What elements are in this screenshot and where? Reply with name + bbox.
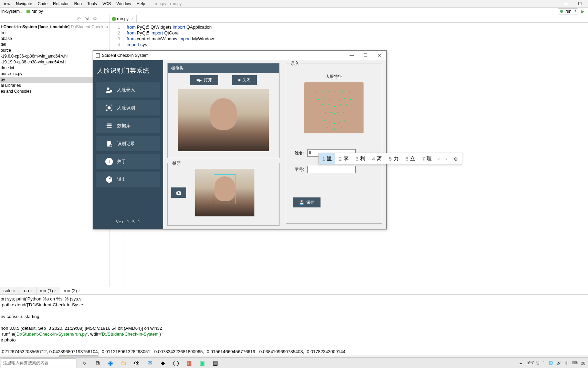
console-tab-active[interactable]: run (2)× <box>60 287 84 294</box>
exit-icon <box>105 176 113 183</box>
breadcrumb-project[interactable]: in-System <box>1 9 20 14</box>
feature-title: 人脸特征 <box>293 74 375 80</box>
ime-candidate[interactable]: 1里 <box>319 153 335 164</box>
breadcrumb-sep: 〉 <box>21 8 25 14</box>
volume-icon[interactable]: 🔊 <box>557 361 561 365</box>
qt-minimize-icon[interactable]: — <box>345 51 359 60</box>
menu-database[interactable]: 数据库 <box>96 118 160 133</box>
breadcrumb-file[interactable]: run.py <box>31 9 43 14</box>
ide-menubar: iew Navigate Code Refactor Run Tools VCS… <box>0 0 588 8</box>
ppt-icon[interactable]: ▦ <box>184 358 194 368</box>
qt-app-icon <box>96 53 100 58</box>
close-camera-button[interactable]: ■ 关闭 <box>232 75 257 85</box>
qt-maximize-icon[interactable]: ☐ <box>359 51 372 60</box>
run-config-dropdown[interactable]: run <box>558 8 578 14</box>
menu-view[interactable]: iew <box>1 1 13 7</box>
run-config-name: run <box>566 9 571 14</box>
close-icon[interactable]: × <box>13 289 15 293</box>
menu-code[interactable]: Code <box>35 1 50 7</box>
menu-vcs[interactable]: VCS <box>99 1 114 7</box>
ide-maximize-icon[interactable]: ☐ <box>573 1 587 6</box>
ime-candidate[interactable]: 4离 <box>369 153 385 164</box>
svg-rect-4 <box>107 124 112 125</box>
pycharm-icon[interactable]: ▣ <box>197 358 207 368</box>
taskbar-search[interactable]: 这里输入你要搜索的内容 <box>1 358 76 368</box>
close-icon[interactable]: × <box>30 289 32 293</box>
menu-about[interactable]: i 关于 <box>96 154 160 169</box>
menu-exit[interactable]: 退出 <box>96 172 160 187</box>
menu-navigate[interactable]: Navigate <box>13 1 35 7</box>
ime-lang-indicator[interactable]: 中 <box>565 360 569 366</box>
ime-candidate[interactable]: 3利 <box>352 153 369 164</box>
console-tab[interactable]: run× <box>19 287 36 294</box>
edge-icon[interactable]: ◉ <box>105 358 116 368</box>
database-icon <box>105 122 113 130</box>
enroll-panel: 录入 人脸特征 姓名: 学号: 💾 <box>286 63 382 224</box>
ime-next-icon[interactable]: › <box>442 156 450 162</box>
ime-candidate[interactable]: 2李 <box>335 153 352 164</box>
info-icon: i <box>105 158 113 165</box>
ime-keyboard-icon[interactable]: ⌨ <box>572 361 578 365</box>
tray-chevron-icon[interactable]: ˄ <box>543 361 545 365</box>
qt-version: Ver 1.5.1 <box>93 214 163 229</box>
tree-root[interactable]: t-Check-in-System [face_timetable] D:\St… <box>0 24 109 30</box>
save-button[interactable]: 💾 保存 <box>293 197 321 207</box>
ime-candidate[interactable]: 7理 <box>419 153 435 164</box>
chrome-icon[interactable]: ◯ <box>171 358 181 368</box>
app-icon[interactable]: ◆ <box>158 358 168 368</box>
editor-tab-label: run.py <box>117 17 128 21</box>
menu-tools[interactable]: Tools <box>84 1 99 7</box>
ide-window-controls: — ☐ <box>559 1 587 6</box>
video-icon: ■▶ <box>196 78 202 83</box>
enroll-legend: 录入 <box>290 61 301 67</box>
expand-icon[interactable]: ⇲ <box>85 16 89 21</box>
ime-prev-icon[interactable]: ‹ <box>435 156 442 162</box>
close-tab-icon[interactable]: × <box>131 17 134 21</box>
tree-item[interactable]: trol <box>0 30 109 36</box>
menu-run[interactable]: Run <box>71 1 84 7</box>
app2-icon[interactable]: ▤ <box>210 358 220 368</box>
window-title-suffix: - run.py <box>168 1 182 6</box>
cortana-icon[interactable]: ○ <box>79 358 90 368</box>
svg-rect-6 <box>107 127 112 128</box>
close-icon[interactable]: × <box>54 289 56 293</box>
ide-minimize-icon[interactable]: — <box>559 1 573 6</box>
console-output[interactable]: ort sys; print('Python %s on %s' % (sys.… <box>0 295 588 356</box>
capture-button[interactable] <box>171 187 186 198</box>
console-tab[interactable]: run (1)× <box>36 287 61 294</box>
menu-records[interactable]: 识别记录 <box>96 136 160 151</box>
ime-candidate[interactable]: 6立 <box>402 153 419 164</box>
taskview-icon[interactable]: ⧉ <box>92 358 103 368</box>
target-icon[interactable]: ☉ <box>77 16 81 21</box>
mail-icon[interactable]: ✉ <box>145 358 155 368</box>
qt-close-icon[interactable]: ✕ <box>372 51 386 60</box>
face-scan-icon <box>105 104 113 112</box>
menu-face-recognize[interactable]: 人脸识别 <box>96 100 160 115</box>
close-icon[interactable]: × <box>78 289 81 293</box>
tree-item[interactable]: abase <box>0 36 109 42</box>
editor-tab-runpy[interactable]: run.py × <box>109 15 137 22</box>
menu-window[interactable]: Window <box>114 1 134 7</box>
window-title-file: run.py <box>155 1 166 6</box>
ime-candidate[interactable]: 5力 <box>385 153 402 164</box>
id-input[interactable] <box>307 166 356 173</box>
network-icon[interactable]: 🌐 <box>548 361 553 365</box>
store-icon[interactable]: 🛍 <box>132 358 142 368</box>
run-play-icon[interactable]: ▶ <box>581 9 585 14</box>
menu-face-enroll[interactable]: + 人脸录入 <box>96 82 160 98</box>
console-tab[interactable]: sole× <box>0 287 19 294</box>
svg-point-10 <box>178 192 179 194</box>
open-camera-button[interactable]: ■▶ 打开 <box>190 75 218 85</box>
qt-sidebar: 人脸识别门禁系统 + 人脸录入 人脸识别 数据库 识别记录 i 关于 <box>93 60 163 229</box>
ime-emoji-icon[interactable]: ☺ <box>450 156 462 162</box>
weather-icon[interactable]: ☁ <box>519 361 523 365</box>
svg-point-0 <box>107 88 109 90</box>
menu-help[interactable]: Help <box>134 1 148 7</box>
qt-titlebar[interactable]: Student Check-in System — ☐ ✕ <box>93 51 386 60</box>
explorer-icon[interactable]: 🗀 <box>118 358 129 368</box>
menu-refactor[interactable]: Refactor <box>50 1 71 7</box>
hide-icon[interactable]: — <box>101 16 106 21</box>
tree-item[interactable]: del <box>0 42 109 48</box>
gear-icon[interactable]: ⚙ <box>93 16 97 21</box>
svg-text:+: + <box>111 90 112 92</box>
